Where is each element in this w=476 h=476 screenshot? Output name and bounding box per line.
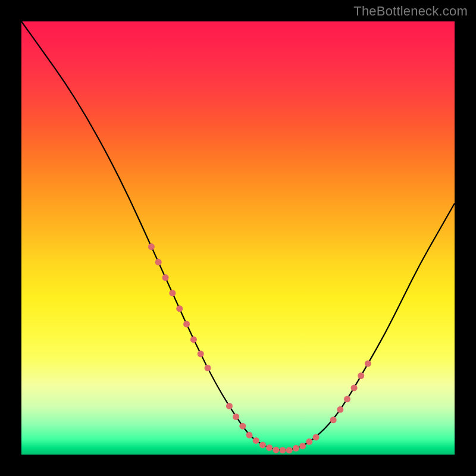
highlight-dot: [330, 416, 337, 423]
highlight-dot: [351, 384, 358, 391]
highlight-dot: [198, 350, 204, 357]
highlight-dot: [162, 274, 169, 281]
highlight-dot: [239, 423, 246, 430]
highlight-dot: [286, 447, 293, 453]
bottleneck-curve: [21, 21, 455, 450]
highlight-dot: [155, 259, 162, 265]
highlight-dot: [226, 403, 233, 409]
highlight-dot: [148, 243, 155, 250]
highlight-dot: [266, 444, 273, 451]
highlight-dot: [344, 396, 350, 402]
highlight-dot: [169, 290, 176, 296]
highlight-dot: [233, 414, 239, 420]
highlight-dot: [259, 441, 266, 448]
chart-container: TheBottleneck.com: [0, 0, 476, 476]
plot-area: [21, 21, 455, 455]
highlight-dot: [365, 361, 371, 367]
watermark-text: TheBottleneck.com: [353, 4, 468, 19]
highlight-dot: [293, 445, 299, 452]
highlight-dot: [313, 434, 320, 440]
highlight-dot: [190, 336, 197, 343]
highlight-dot: [358, 372, 364, 379]
highlight-dot: [299, 443, 306, 449]
highlight-dot: [306, 439, 312, 445]
highlight-dot: [253, 437, 259, 444]
highlight-dot: [176, 305, 183, 312]
highlight-dot: [280, 447, 286, 453]
highlight-dots: [148, 243, 371, 453]
highlight-dot: [337, 406, 343, 413]
highlight-dot: [183, 321, 190, 327]
highlight-dot: [273, 447, 279, 453]
highlight-dot: [246, 432, 253, 439]
curve-svg: [21, 21, 455, 455]
highlight-dot: [205, 365, 211, 371]
